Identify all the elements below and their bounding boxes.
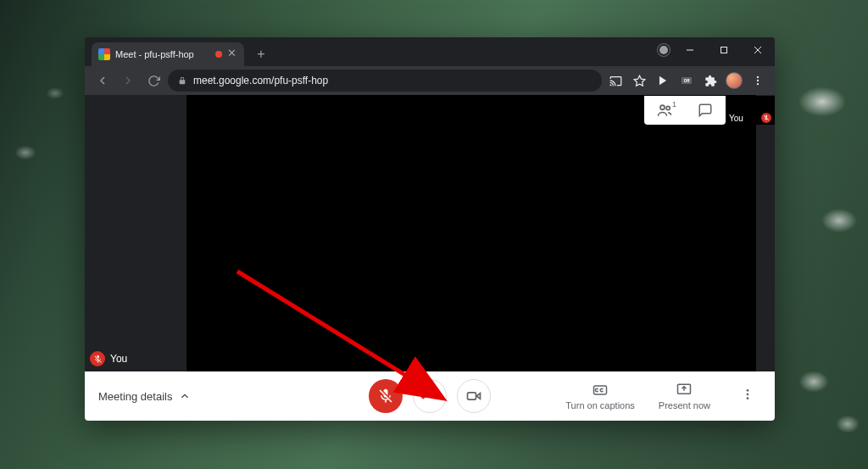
cast-icon[interactable] bbox=[605, 70, 626, 91]
browser-toolbar: meet.google.com/pfu-psff-hop Off bbox=[85, 66, 775, 95]
svg-text:Off: Off bbox=[684, 79, 690, 83]
new-tab-button[interactable]: + bbox=[251, 44, 271, 64]
svg-point-19 bbox=[747, 397, 749, 399]
participants-button[interactable]: 1 bbox=[644, 96, 685, 125]
mic-off-icon bbox=[377, 388, 394, 405]
svg-rect-1 bbox=[721, 47, 727, 53]
present-button[interactable]: Present now bbox=[659, 382, 710, 410]
self-mic-muted-icon bbox=[90, 351, 105, 366]
recording-indicator-icon bbox=[215, 51, 222, 58]
browser-tab[interactable]: Meet - pfu-psff-hop ✕ bbox=[92, 42, 244, 66]
svg-point-7 bbox=[757, 76, 759, 78]
present-icon bbox=[676, 382, 693, 399]
camera-toggle-button[interactable] bbox=[457, 379, 491, 413]
svg-point-8 bbox=[757, 80, 759, 81]
svg-point-18 bbox=[747, 394, 749, 396]
more-vert-icon bbox=[741, 388, 754, 401]
svg-marker-4 bbox=[634, 75, 645, 86]
camera-icon bbox=[465, 388, 482, 405]
right-gutter bbox=[756, 95, 775, 371]
close-window-button[interactable] bbox=[741, 37, 775, 63]
thumbnail-mic-muted-icon bbox=[761, 113, 771, 123]
extension-tag-icon[interactable] bbox=[653, 70, 673, 91]
svg-point-10 bbox=[660, 105, 665, 109]
self-label-text: You bbox=[110, 353, 127, 365]
lock-icon bbox=[178, 75, 186, 86]
page-viewport: 1 You You Meeting details bbox=[85, 95, 775, 421]
bottom-toolbar: Meeting details Turn on captions bbox=[85, 371, 775, 421]
meet-favicon-icon bbox=[98, 48, 110, 60]
captions-icon bbox=[592, 382, 609, 399]
maximize-button[interactable] bbox=[707, 37, 741, 63]
url-text: meet.google.com/pfu-psff-hop bbox=[193, 75, 328, 87]
video-area: 1 You You bbox=[85, 95, 775, 371]
more-options-button[interactable] bbox=[734, 381, 761, 411]
address-bar[interactable]: meet.google.com/pfu-psff-hop bbox=[168, 70, 602, 92]
svg-marker-13 bbox=[476, 394, 480, 399]
meeting-details-label: Meeting details bbox=[98, 390, 172, 403]
participants-count: 1 bbox=[672, 100, 676, 109]
window-controls bbox=[673, 37, 775, 63]
back-button[interactable] bbox=[92, 70, 114, 92]
svg-rect-12 bbox=[468, 393, 476, 399]
present-label: Present now bbox=[659, 400, 710, 410]
extensions-puzzle-icon[interactable] bbox=[700, 70, 721, 91]
browser-titlebar: Meet - pfu-psff-hop ✕ + bbox=[85, 37, 775, 66]
top-right-panel: 1 bbox=[644, 96, 726, 125]
meeting-details-button[interactable]: Meeting details bbox=[98, 390, 191, 403]
svg-point-11 bbox=[666, 106, 670, 109]
minimize-button[interactable] bbox=[673, 37, 707, 63]
microphone-toggle-button[interactable] bbox=[369, 379, 403, 413]
self-thumbnail[interactable]: You bbox=[726, 96, 775, 125]
tab-close-button[interactable]: ✕ bbox=[227, 49, 237, 59]
forward-button[interactable] bbox=[117, 70, 139, 92]
hangup-icon bbox=[420, 387, 439, 405]
chevron-up-icon bbox=[179, 390, 191, 402]
star-icon[interactable] bbox=[629, 70, 649, 91]
tab-title: Meet - pfu-psff-hop bbox=[115, 49, 210, 59]
reload-button[interactable] bbox=[142, 70, 164, 92]
chrome-menu-button[interactable] bbox=[748, 70, 768, 91]
svg-point-9 bbox=[757, 83, 759, 85]
captions-button[interactable]: Turn on captions bbox=[565, 382, 635, 410]
self-label-overlay: You bbox=[90, 351, 127, 366]
extension-off-icon[interactable]: Off bbox=[676, 70, 697, 91]
svg-point-17 bbox=[747, 389, 749, 392]
right-actions: Turn on captions Present now bbox=[565, 381, 761, 411]
thumbnail-label: You bbox=[729, 114, 743, 123]
left-gutter bbox=[85, 95, 186, 371]
leave-call-button[interactable] bbox=[413, 379, 447, 413]
center-controls bbox=[369, 379, 491, 413]
profile-avatar[interactable] bbox=[724, 70, 744, 91]
chrome-window: Meet - pfu-psff-hop ✕ + bbox=[85, 37, 775, 421]
account-indicator-icon[interactable] bbox=[659, 46, 668, 54]
captions-label: Turn on captions bbox=[565, 400, 635, 410]
chat-button[interactable] bbox=[685, 96, 726, 125]
